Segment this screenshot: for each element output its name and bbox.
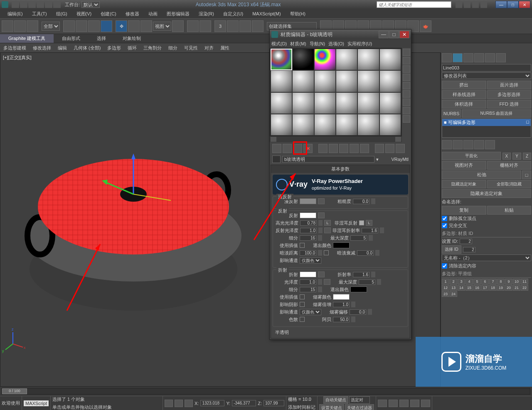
make-unique-icon[interactable] — [329, 144, 338, 153]
render-button[interactable]: 🫖 — [420, 20, 431, 32]
menu-edit[interactable]: 编辑(E) — [3, 10, 27, 18]
ribbon-sub-align[interactable]: 对齐 — [201, 44, 217, 52]
sg-8[interactable]: 8 — [497, 279, 505, 284]
move-button[interactable]: ✥ — [116, 20, 127, 32]
sg-14[interactable]: 14 — [458, 285, 465, 291]
refr-affect-dropdown[interactable]: 仅颜色 — [300, 309, 321, 315]
make-unique-icon[interactable] — [463, 140, 473, 149]
ribbon-sub-vis[interactable]: 可见性 — [181, 44, 201, 52]
copy-button[interactable]: 复制 — [442, 206, 486, 215]
mat-slot-22[interactable] — [336, 114, 357, 136]
minimize-button[interactable]: — — [495, 1, 507, 8]
vol-select-button[interactable]: 体积选择 — [442, 100, 486, 109]
modify-tab-icon[interactable] — [453, 53, 463, 62]
mat-slot-15[interactable] — [314, 92, 336, 114]
mat-slot-13[interactable] — [271, 92, 292, 114]
mat-slot-19[interactable] — [271, 114, 292, 136]
mat-slot-11[interactable] — [357, 70, 379, 92]
select-by-mat-icon[interactable] — [403, 107, 410, 114]
help-search-input[interactable] — [377, 1, 451, 8]
rotate-button[interactable] — [128, 20, 140, 32]
setkey-button[interactable]: 设置关键点 — [319, 404, 344, 410]
object-name-input[interactable] — [442, 64, 531, 72]
sg-10[interactable]: 10 — [513, 279, 520, 284]
reflect-map-button[interactable] — [318, 212, 325, 218]
material-editor-titlebar[interactable]: 材质编辑器 - b玻璃透明 — □ ✕ — [270, 30, 411, 40]
menu-tools[interactable]: 工具(T) — [28, 10, 51, 18]
lock-icon[interactable] — [165, 400, 173, 407]
refract-swatch[interactable] — [300, 272, 316, 277]
me-menu-nav[interactable]: 导航(N) — [310, 41, 325, 47]
angle-snap-button[interactable] — [227, 20, 239, 32]
refl-subdivs-spinner[interactable] — [300, 235, 316, 241]
sg-12[interactable]: 12 — [442, 285, 449, 291]
ribbon-sub-subd[interactable]: 细分 — [165, 44, 181, 52]
stack-item[interactable]: ■ 可编辑多边形□ — [442, 119, 531, 126]
sg-2[interactable]: 2 — [450, 279, 457, 284]
time-slider[interactable]: 0 / 100 — [2, 388, 27, 394]
timeline[interactable]: 0 / 100 — [0, 387, 532, 396]
add-marker-label[interactable]: 添加时间标记 — [288, 404, 315, 410]
fog-color-swatch[interactable] — [333, 294, 350, 300]
sel-id-spinner[interactable] — [463, 247, 475, 252]
search-icon[interactable] — [456, 1, 462, 8]
sg-20[interactable]: 20 — [505, 285, 512, 291]
refr-subdivs-spinner[interactable] — [300, 287, 316, 292]
delete-iso-checkbox[interactable] — [442, 216, 447, 221]
surf-select-button[interactable]: NURBS 曲面选择 — [462, 109, 531, 118]
close-button[interactable]: ✕ — [519, 1, 530, 8]
abbe-spinner[interactable] — [333, 317, 350, 322]
link-button[interactable] — [2, 20, 13, 32]
sg-5[interactable]: 5 — [473, 279, 481, 284]
refl-affect-dropdown[interactable]: 仅颜色 — [300, 257, 321, 264]
ribbon-sub-tri[interactable]: 三角剖分 — [140, 44, 165, 52]
refl-maxdepth-spinner[interactable] — [350, 235, 367, 241]
axis-x[interactable]: X — [502, 153, 511, 160]
axis-z[interactable]: Z — [523, 153, 531, 160]
workspace-dropdown[interactable]: 默认 — [81, 1, 100, 8]
mat-slot-17[interactable] — [357, 92, 379, 114]
clear-sel-checkbox[interactable] — [442, 263, 447, 269]
mat-slot-3[interactable] — [314, 49, 336, 70]
autokey-mode-input[interactable] — [349, 396, 370, 404]
pin-icon[interactable] — [442, 140, 452, 149]
select-rect-button[interactable] — [88, 20, 100, 32]
ribbon-tab-freeform[interactable]: 自由形式 — [54, 34, 89, 43]
ior-spinner[interactable] — [353, 272, 369, 277]
me-maximize-button[interactable]: □ — [389, 31, 399, 38]
go-forward-icon[interactable] — [396, 144, 405, 153]
menu-render[interactable]: 渲染(R) — [195, 10, 218, 18]
coord-y-input[interactable] — [232, 400, 256, 406]
ref-coord-dropdown[interactable]: 视图 — [153, 22, 171, 31]
menu-modifiers[interactable]: 修改器 — [121, 10, 143, 18]
bind-button[interactable] — [27, 20, 38, 32]
prev-frame-icon[interactable] — [389, 400, 398, 407]
get-material-icon[interactable] — [272, 144, 281, 153]
autokey-button[interactable]: 自动关键点 — [323, 396, 348, 404]
window-crossing-button[interactable] — [101, 20, 112, 32]
dispersion-checkbox[interactable] — [300, 317, 305, 322]
menu-customize[interactable]: 自定义(U) — [219, 10, 247, 18]
mat-slot-20[interactable] — [292, 114, 314, 136]
planarize-button[interactable]: 平面化 — [442, 152, 501, 160]
hide-unsel-button[interactable]: 隐藏未选定对象 — [442, 189, 531, 198]
menu-group[interactable]: 组(G) — [52, 10, 71, 18]
menu-create[interactable]: 创建(C) — [96, 10, 120, 18]
ribbon-sub-edit[interactable]: 编辑 — [54, 44, 70, 52]
mat-slot-21[interactable] — [314, 114, 336, 136]
menu-help[interactable]: 帮助(H) — [286, 10, 310, 18]
sg-18[interactable]: 18 — [489, 285, 497, 291]
me-menu-options[interactable]: 选项(O) — [328, 41, 344, 47]
pick-material-icon[interactable] — [272, 156, 281, 163]
motion-tab-icon[interactable] — [474, 53, 484, 62]
ribbon-sub-poly[interactable]: 多边形建模 — [0, 44, 30, 52]
ribbon-sub-polygon[interactable]: 多边形 — [104, 44, 124, 52]
extrude-button[interactable]: 挤出 — [442, 81, 486, 89]
mat-slot-10[interactable] — [336, 70, 357, 92]
material-type-button[interactable]: VRayMtl — [384, 157, 409, 162]
sg-17[interactable]: 17 — [481, 285, 489, 291]
poly-select-button[interactable]: 多边形选择 — [487, 90, 532, 99]
roughness-spinner[interactable] — [353, 199, 369, 204]
scale-button[interactable] — [140, 20, 152, 32]
sg-9[interactable]: 9 — [505, 279, 512, 284]
